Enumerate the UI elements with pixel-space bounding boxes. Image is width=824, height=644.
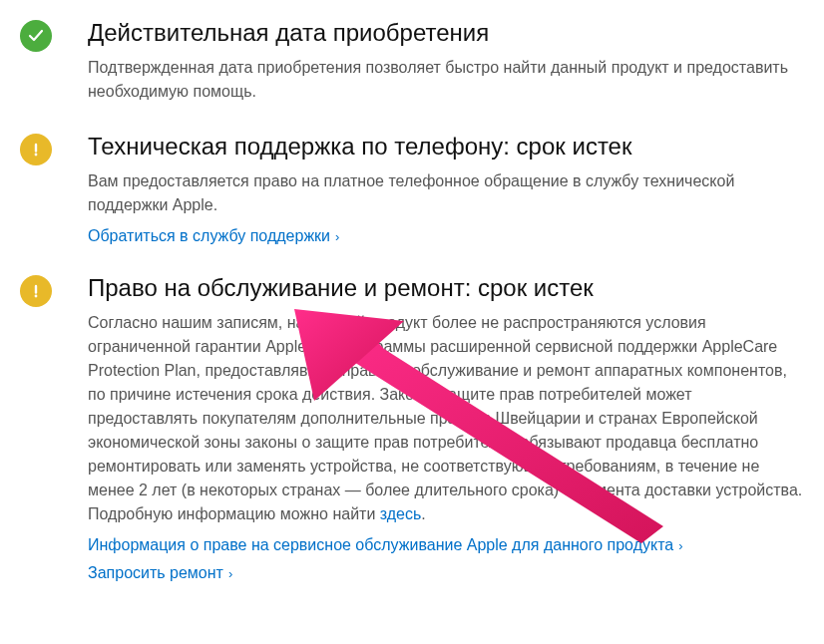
chevron-right-icon: › — [228, 566, 232, 581]
link-row: Запросить ремонт › — [88, 564, 804, 582]
section-desc: Подтвержденная дата приобретения позволя… — [88, 56, 804, 104]
section-desc: Согласно нашим записям, на данный продук… — [88, 311, 804, 526]
section-desc: Вам предоставляется право на платное тел… — [88, 169, 804, 217]
chevron-right-icon: › — [335, 229, 339, 244]
status-icon-col — [20, 273, 60, 307]
link-label: Обратиться в службу поддержки — [88, 227, 330, 245]
desc-text-after: . — [421, 505, 425, 522]
svg-point-1 — [35, 154, 38, 157]
here-link[interactable]: здесь — [380, 505, 422, 522]
section-content: Действительная дата приобретения Подтвер… — [60, 18, 804, 104]
section-content: Техническая поддержка по телефону: срок … — [60, 132, 804, 245]
coverage-info-link[interactable]: Информация о праве на сервисное обслужив… — [88, 536, 683, 554]
link-label: Информация о праве на сервисное обслужив… — [88, 536, 673, 554]
status-icon-col — [20, 132, 60, 165]
link-label: Запросить ремонт — [88, 564, 223, 582]
warning-icon — [20, 275, 52, 307]
chevron-right-icon: › — [678, 538, 682, 553]
desc-text-before: Согласно нашим записям, на данный продук… — [88, 314, 802, 522]
request-repair-link[interactable]: Запросить ремонт › — [88, 564, 232, 582]
link-row: Информация о праве на сервисное обслужив… — [88, 536, 804, 554]
link-row: Обратиться в службу поддержки › — [88, 227, 804, 245]
check-icon — [20, 20, 52, 52]
section-title: Право на обслуживание и ремонт: срок ист… — [88, 273, 804, 303]
coverage-section-service-repair: Право на обслуживание и ремонт: срок ист… — [20, 273, 804, 582]
warning-icon — [20, 134, 52, 165]
status-icon-col — [20, 18, 60, 52]
coverage-section-phone-support: Техническая поддержка по телефону: срок … — [20, 132, 804, 245]
contact-support-link[interactable]: Обратиться в службу поддержки › — [88, 227, 339, 245]
coverage-section-purchase-date: Действительная дата приобретения Подтвер… — [20, 18, 804, 104]
svg-point-3 — [35, 295, 38, 298]
section-content: Право на обслуживание и ремонт: срок ист… — [60, 273, 804, 582]
section-title: Техническая поддержка по телефону: срок … — [88, 132, 804, 161]
section-title: Действительная дата приобретения — [88, 18, 804, 48]
